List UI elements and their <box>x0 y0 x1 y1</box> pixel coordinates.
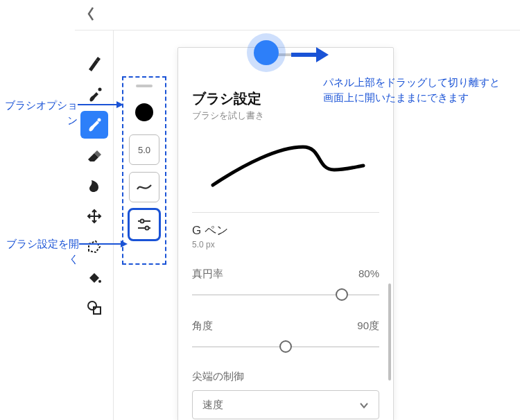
svg-point-10 <box>146 227 149 230</box>
annotation-brush-options: ブラシオプション <box>0 98 78 128</box>
tool-round-brush[interactable] <box>80 111 108 139</box>
svg-rect-11 <box>291 53 316 57</box>
slider-angle-label: 角度 <box>192 320 213 333</box>
slider-roundness-label: 真円率 <box>192 268 223 281</box>
tool-shape[interactable] <box>80 294 108 322</box>
svg-marker-16 <box>121 240 128 247</box>
slider-roundness-thumb[interactable] <box>336 288 348 301</box>
tool-smudge[interactable] <box>80 172 108 200</box>
slider-roundness-value: 80% <box>358 268 379 279</box>
svg-point-1 <box>97 119 101 122</box>
brush-settings-button[interactable] <box>129 209 159 240</box>
brush-color-swatch[interactable] <box>129 97 159 128</box>
tool-fill[interactable] <box>80 263 108 291</box>
tool-toolbar <box>75 30 114 420</box>
current-brush-name: G ペン <box>192 222 379 238</box>
annotation-open-settings: ブラシ設定を開く <box>0 236 79 267</box>
tip-control-label: 尖端の制御 <box>192 370 379 383</box>
annotation-drag-tip-line2: 画面上に開いたままにできます <box>323 91 469 103</box>
brush-smoothing-icon[interactable] <box>129 172 159 202</box>
brush-size-value[interactable]: 5.0 <box>129 134 159 165</box>
drag-arrow-icon <box>291 46 329 67</box>
slider-angle-thumb[interactable] <box>279 340 292 353</box>
svg-point-8 <box>141 220 144 223</box>
svg-marker-12 <box>316 47 329 62</box>
panel-subtitle: ブラシを試し書き <box>192 110 379 122</box>
tool-move[interactable] <box>80 202 108 230</box>
svg-point-0 <box>98 88 101 91</box>
tip-control-dropdown[interactable]: 速度 <box>192 390 379 419</box>
brush-options-column: 5.0 <box>126 80 162 240</box>
slider-angle-track[interactable] <box>192 340 379 353</box>
slider-angle: 角度 90度 <box>192 320 379 353</box>
svg-marker-14 <box>116 101 123 108</box>
back-button[interactable] <box>86 6 96 24</box>
brush-options-handle[interactable] <box>136 85 153 87</box>
top-bar <box>75 0 520 30</box>
chevron-down-icon <box>359 399 369 411</box>
divider <box>192 212 379 213</box>
tool-marker[interactable] <box>80 50 108 78</box>
annotation-brush-options-leader <box>78 103 125 115</box>
panel-scrollbar[interactable] <box>388 283 391 380</box>
svg-point-5 <box>88 301 96 310</box>
dropdown-selected: 速度 <box>202 399 223 412</box>
slider-roundness: 真円率 80% <box>192 268 379 301</box>
annotation-open-settings-leader <box>79 242 129 254</box>
tool-eraser[interactable] <box>80 141 108 169</box>
svg-point-4 <box>98 280 101 283</box>
annotation-drag-tip: パネル上部をドラッグして切り離すと 画面上に開いたままにできます <box>323 75 519 105</box>
brush-stroke-preview[interactable] <box>192 126 379 209</box>
slider-angle-value: 90度 <box>357 320 379 333</box>
current-brush-size: 5.0 px <box>192 240 379 250</box>
annotation-drag-tip-line1: パネル上部をドラッグして切り離すと <box>323 76 500 88</box>
drag-indicator-dot <box>254 40 279 65</box>
svg-rect-6 <box>94 307 101 314</box>
slider-roundness-track[interactable] <box>192 288 379 301</box>
